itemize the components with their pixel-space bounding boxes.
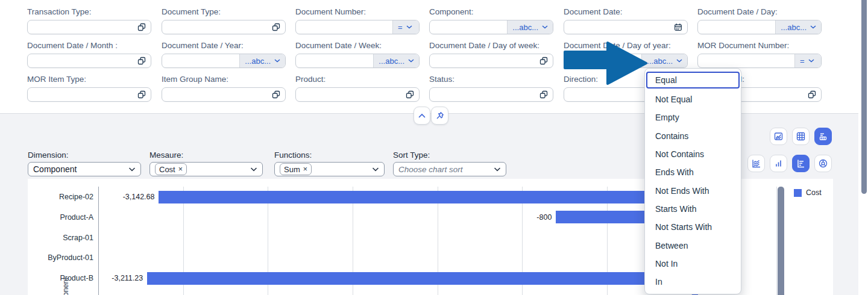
operator-select-button[interactable]: ...abc... — [641, 54, 687, 67]
field-label: Document Date / Day of year: — [564, 41, 688, 51]
value-help-icon[interactable] — [539, 56, 553, 66]
operator-select-button[interactable]: = — [794, 54, 821, 67]
operator-value: = — [800, 57, 805, 66]
operator-select-button[interactable]: = — [392, 20, 419, 34]
value-help-icon[interactable] — [271, 22, 285, 32]
filter-field-item-group-name: Item Group Name: — [162, 75, 286, 102]
chart-table-view-icon — [818, 131, 828, 141]
bar — [159, 191, 691, 203]
value-label: -3,211.23 — [89, 273, 143, 283]
legend-entry: Cost — [806, 188, 822, 197]
operator-select-button[interactable]: ...abc... — [775, 20, 821, 34]
dropdown-item-not-starts-with[interactable]: Not Starts With — [645, 218, 741, 236]
dropdown-item-not-equal[interactable]: Not Equal — [645, 90, 741, 108]
transaction-type-input[interactable] — [27, 20, 151, 34]
operator-dropdown: Equal Not Equal Empty Contains Not Conta… — [644, 68, 741, 294]
page-scrollbar-thumb[interactable] — [861, 0, 867, 194]
dropdown-item-in[interactable]: In — [645, 273, 741, 291]
document-type-input[interactable] — [162, 20, 286, 34]
line-chart-button[interactable] — [747, 155, 765, 172]
operator-select-button[interactable]: ...abc... — [507, 20, 553, 34]
table-view-icon — [796, 131, 806, 141]
value-help-icon[interactable] — [405, 90, 419, 99]
mor-document-number-input[interactable]: = — [697, 54, 822, 68]
filter-field-mor-document-number: MOR Document Number: = — [697, 41, 822, 68]
value-help-icon[interactable] — [137, 22, 151, 32]
document-date-day-of-year-input[interactable]: ...abc... — [564, 54, 688, 68]
item-group-name-input[interactable] — [162, 87, 286, 102]
dropdown-item-not-in[interactable]: Not In — [645, 255, 741, 273]
measure-label: Mesaure: — [149, 151, 183, 160]
remove-token-icon[interactable]: × — [303, 165, 307, 173]
bar-chart-button[interactable] — [792, 155, 810, 172]
chart-view-button[interactable] — [770, 128, 787, 145]
dropdown-item-equal[interactable]: Equal — [646, 72, 740, 88]
field-label: Product: — [295, 75, 420, 84]
collapse-filter-bar-button[interactable] — [414, 107, 430, 125]
filter-field-mor-item-type: MOR Item Type: — [27, 75, 151, 102]
value-help-icon[interactable] — [807, 90, 821, 99]
chart-view-icon — [773, 131, 784, 141]
chevron-down-icon — [494, 167, 501, 172]
chevron-down-icon — [676, 59, 682, 63]
column-chart-button[interactable] — [770, 155, 787, 172]
chevron-down-icon — [810, 25, 816, 29]
dropdown-item-starts-with[interactable]: Starts With — [645, 200, 741, 218]
dropdown-item-contains[interactable]: Contains — [645, 127, 741, 145]
dimension-value: Component — [33, 164, 77, 174]
document-date-week-input[interactable]: ...abc... — [295, 54, 420, 68]
filter-field-transaction-type: Transaction Type: — [27, 7, 151, 34]
line-chart-icon — [751, 158, 761, 169]
dropdown-item-ends-with[interactable]: Ends With — [645, 163, 741, 181]
value-help-icon[interactable] — [137, 56, 151, 66]
value-help-icon[interactable] — [271, 90, 285, 99]
field-label: Component: — [429, 7, 553, 17]
dropdown-item-empty[interactable]: Empty — [645, 108, 741, 126]
chart-scrollbar[interactable] — [778, 187, 784, 295]
value-help-icon[interactable] — [539, 90, 553, 99]
document-number-input[interactable]: = — [295, 20, 420, 34]
category-label: Recipe-02 — [28, 192, 93, 202]
dropdown-item-between[interactable]: Between — [645, 236, 741, 254]
pin-filter-bar-button[interactable] — [431, 107, 448, 125]
bar — [147, 272, 691, 285]
page-scrollbar-track[interactable] — [858, 0, 868, 295]
document-date-input[interactable] — [564, 20, 688, 34]
product-input[interactable] — [295, 87, 420, 102]
donut-chart-button[interactable] — [814, 155, 832, 172]
sort-type-label: Sort Type: — [393, 151, 430, 160]
category-label: Product-B — [28, 273, 93, 283]
document-date-month-input[interactable] — [27, 54, 151, 68]
document-date-year-input[interactable]: ...abc... — [162, 54, 286, 68]
status-input[interactable] — [429, 87, 553, 102]
operator-select-button[interactable]: ...abc... — [373, 54, 419, 67]
legend-swatch — [794, 189, 802, 197]
measure-multi-select[interactable]: Cost× — [149, 162, 263, 176]
bar-chart-icon — [796, 158, 806, 169]
chevron-down-icon — [406, 25, 412, 29]
filter-field-document-date-month: Document Date / Month : — [27, 41, 151, 68]
value-help-icon[interactable] — [137, 90, 151, 99]
operator-select-button[interactable]: ...abc... — [239, 54, 285, 67]
chart-table-view-button[interactable] — [814, 128, 832, 145]
mor-item-type-input[interactable] — [27, 87, 151, 102]
calendar-icon[interactable] — [673, 22, 687, 32]
functions-multi-select[interactable]: Sum× — [274, 162, 385, 176]
dropdown-item-not-contains[interactable]: Not Contains — [645, 145, 741, 163]
field-label: Document Date: — [564, 7, 688, 17]
field-label: Document Date / Day: — [697, 7, 822, 17]
app-root: Transaction Type: Document Type: Documen… — [0, 0, 868, 295]
operator-value: ...abc... — [512, 23, 538, 32]
remove-token-icon[interactable]: × — [178, 165, 183, 173]
chevron-down-icon — [408, 59, 414, 63]
dropdown-item-not-ends-with[interactable]: Not Ends With — [645, 181, 741, 199]
dimension-select[interactable]: Component — [28, 162, 141, 176]
sort-type-select[interactable]: Choose chart sort — [393, 162, 506, 176]
component-input[interactable]: ...abc... — [429, 20, 553, 34]
y-axis-title: Component — [61, 278, 70, 295]
field-label: Document Date / Month : — [27, 41, 151, 51]
table-view-button[interactable] — [792, 128, 810, 145]
document-date-day-of-week-input[interactable] — [429, 54, 553, 68]
operator-value: = — [398, 23, 403, 32]
document-date-day-input[interactable]: ...abc... — [697, 20, 822, 34]
